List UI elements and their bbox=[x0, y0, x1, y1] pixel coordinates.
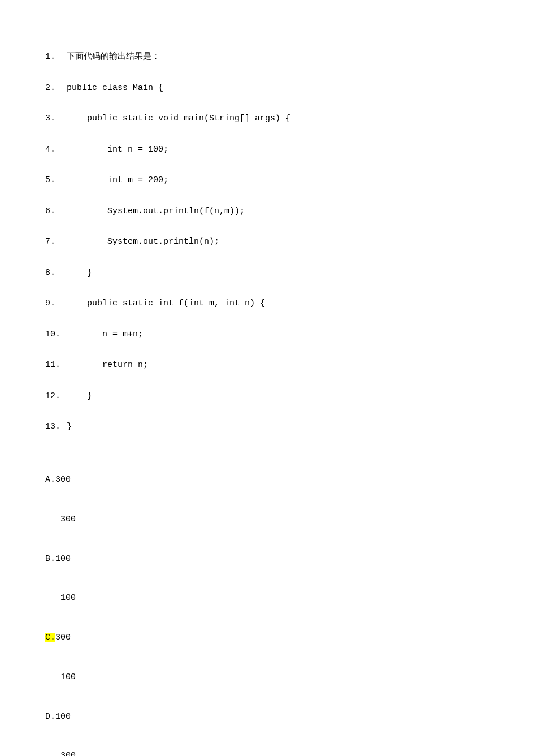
line-number: 5. bbox=[45, 174, 67, 187]
code-line: 7. System.out.println(n); bbox=[45, 236, 489, 249]
option-d: D.100 bbox=[45, 710, 489, 723]
option-d-line2: 300 bbox=[45, 749, 489, 756]
option-b-line2: 100 bbox=[45, 591, 489, 604]
line-number: 2. bbox=[45, 82, 67, 95]
code-line: 4. int n = 100; bbox=[45, 144, 489, 157]
option-label: D. bbox=[45, 712, 55, 722]
line-number: 3. bbox=[45, 113, 67, 126]
answer-options: A.300 300 B.100 100 C.300 100 D.100 300 bbox=[45, 447, 489, 757]
code-line: 2.public class Main { bbox=[45, 82, 489, 95]
option-label-highlighted: C. bbox=[45, 633, 55, 642]
option-c-line2: 100 bbox=[45, 671, 489, 684]
code-line: 5. int m = 200; bbox=[45, 174, 489, 187]
line-number: 9. bbox=[45, 297, 67, 310]
option-value: 100 bbox=[55, 712, 71, 722]
code-line: 6. System.out.println(f(n,m)); bbox=[45, 205, 489, 218]
line-text: public static int f(int m, int n) { bbox=[67, 297, 265, 310]
code-line: 11. return n; bbox=[45, 359, 489, 372]
code-line: 8. } bbox=[45, 267, 489, 280]
line-text: n = m+n; bbox=[67, 329, 143, 342]
option-c: C.300 bbox=[45, 631, 489, 644]
line-number: 11. bbox=[45, 359, 67, 372]
code-line: 1.下面代码的输出结果是： bbox=[45, 51, 489, 64]
line-number: 10. bbox=[45, 329, 67, 342]
line-text: System.out.println(n); bbox=[67, 236, 219, 249]
code-line: 10. n = m+n; bbox=[45, 329, 489, 342]
code-line: 13.} bbox=[45, 421, 489, 434]
line-text: } bbox=[67, 390, 92, 403]
line-number: 6. bbox=[45, 205, 67, 218]
option-b: B.100 bbox=[45, 552, 489, 565]
line-text: public static void main(String[] args) { bbox=[67, 113, 290, 126]
line-text: } bbox=[67, 267, 92, 280]
option-value: 300 bbox=[55, 633, 71, 642]
option-value: 300 bbox=[55, 475, 71, 485]
line-text: } bbox=[67, 421, 72, 434]
code-line: 9. public static int f(int m, int n) { bbox=[45, 297, 489, 310]
code-block-1: 1.下面代码的输出结果是： 2.public class Main { 3. p… bbox=[45, 51, 489, 434]
line-text: int m = 200; bbox=[67, 174, 168, 187]
line-number: 13. bbox=[45, 421, 67, 434]
option-a: A.300 bbox=[45, 473, 489, 486]
line-number: 1. bbox=[45, 51, 67, 64]
line-text: public class Main { bbox=[67, 82, 163, 95]
code-line: 12. } bbox=[45, 390, 489, 403]
line-number: 12. bbox=[45, 390, 67, 403]
option-label: B. bbox=[45, 554, 55, 564]
line-text: int n = 100; bbox=[67, 144, 168, 157]
code-line: 3. public static void main(String[] args… bbox=[45, 113, 489, 126]
line-number: 8. bbox=[45, 267, 67, 280]
option-value: 100 bbox=[55, 554, 71, 564]
line-number: 7. bbox=[45, 236, 67, 249]
line-text: 下面代码的输出结果是： bbox=[67, 51, 160, 64]
option-a-line2: 300 bbox=[45, 513, 489, 526]
option-label: A. bbox=[45, 475, 55, 485]
line-text: return n; bbox=[67, 359, 148, 372]
line-number: 4. bbox=[45, 144, 67, 157]
line-text: System.out.println(f(n,m)); bbox=[67, 205, 245, 218]
